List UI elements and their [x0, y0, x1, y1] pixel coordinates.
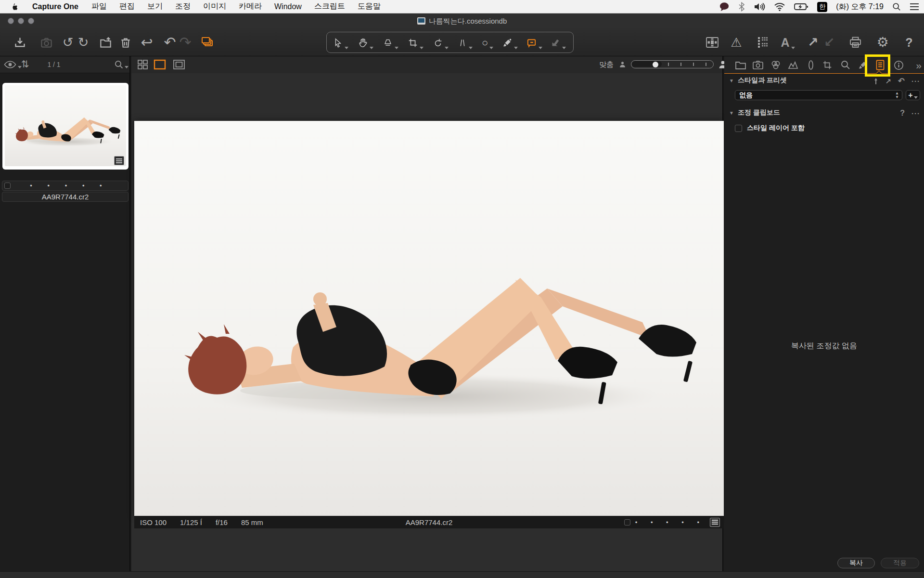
- expand-panel-icon[interactable]: ↗: [885, 78, 891, 85]
- bluetooth-icon[interactable]: [738, 2, 745, 12]
- export-arrow-icon[interactable]: ↗: [805, 35, 821, 50]
- spot-brush-tool[interactable]: [502, 36, 521, 50]
- import-images-icon[interactable]: [12, 35, 28, 50]
- clipboard-help-icon[interactable]: ?: [900, 109, 905, 117]
- tool-dropdown-caret[interactable]: [514, 47, 518, 49]
- proof-margin-icon[interactable]: [173, 59, 185, 70]
- wifi-icon[interactable]: [774, 2, 785, 12]
- tool-dropdown-caret[interactable]: [420, 47, 424, 49]
- tab-library-folder-icon[interactable]: [734, 59, 747, 71]
- annotations-text-icon[interactable]: A: [780, 35, 796, 50]
- loupe-tool[interactable]: [383, 36, 402, 50]
- single-view-active-icon[interactable]: [154, 59, 166, 70]
- print-icon[interactable]: [847, 35, 863, 50]
- battery-charging-icon[interactable]: [794, 2, 808, 12]
- tool-dropdown-caret[interactable]: [489, 47, 493, 49]
- adjustments-clipboard-header[interactable]: ▼조정 클립보드 ? ···: [724, 108, 924, 119]
- disclosure-triangle-icon[interactable]: ▼: [729, 110, 734, 116]
- menu-edit[interactable]: 편집: [113, 1, 141, 12]
- menu-clock[interactable]: (화) 오후 7:19: [836, 2, 884, 12]
- menu-help[interactable]: 도움말: [351, 1, 387, 12]
- undo-icon[interactable]: ↶: [162, 35, 178, 50]
- filter-eye-icon[interactable]: [4, 60, 16, 69]
- tool-dropdown-caret[interactable]: [562, 47, 566, 49]
- browser-search-icon[interactable]: [114, 60, 124, 69]
- tool-dropdown-caret[interactable]: [539, 47, 542, 49]
- focus-grid-icon[interactable]: [755, 35, 771, 50]
- annotation-tool-active[interactable]: [526, 36, 545, 50]
- menu-file[interactable]: 파일: [85, 1, 113, 12]
- ellipse-tool[interactable]: ○: [482, 36, 501, 50]
- search-caret[interactable]: [125, 66, 128, 68]
- trash-icon[interactable]: [117, 35, 134, 50]
- viewer-layout-icon[interactable]: [704, 35, 720, 50]
- disclosure-triangle-icon[interactable]: ▼: [729, 78, 734, 83]
- section-more-icon[interactable]: ···: [911, 78, 920, 85]
- copy-adjustments-button[interactable]: 복사: [837, 558, 875, 568]
- tab-exposure-curve-icon[interactable]: [787, 59, 800, 71]
- tool-dropdown-caret[interactable]: [345, 47, 348, 49]
- tab-details-magnifier-icon[interactable]: [839, 59, 852, 71]
- tool-dropdown-caret[interactable]: [469, 47, 473, 49]
- zoom-slider[interactable]: [631, 60, 714, 68]
- tool-dropdown-caret[interactable]: [395, 47, 398, 49]
- menu-image[interactable]: 이미지: [197, 1, 232, 12]
- reset-section-icon[interactable]: ↶: [898, 77, 905, 85]
- zoom-slider-knob[interactable]: [653, 62, 658, 67]
- menu-camera[interactable]: 카메라: [232, 1, 268, 12]
- draw-arrow-tool[interactable]: [550, 36, 569, 50]
- thumbnail-checkbox[interactable]: [4, 183, 11, 189]
- rotate-cw-icon[interactable]: ↻: [75, 35, 91, 50]
- rotate-tool[interactable]: [433, 36, 452, 50]
- add-style-button[interactable]: +: [906, 90, 920, 100]
- chat-app-icon[interactable]: [719, 2, 730, 12]
- help-icon[interactable]: ?: [901, 35, 917, 50]
- reset-adjustments-icon[interactable]: ↩: [139, 35, 155, 50]
- main-photo[interactable]: [134, 121, 724, 516]
- menu-scripts[interactable]: 스크립트: [308, 1, 351, 12]
- tool-dropdown-caret[interactable]: [370, 47, 373, 49]
- apply-adjustments-button[interactable]: 적용: [881, 558, 919, 568]
- tab-lens-icon[interactable]: [804, 59, 818, 71]
- thumbnail-filename[interactable]: AA9R7744.cr2: [2, 192, 128, 202]
- redo-icon[interactable]: ↷: [177, 35, 193, 50]
- rating-dots[interactable]: • • • • •: [11, 182, 128, 189]
- select-tool[interactable]: [333, 36, 352, 50]
- apple-menu-icon[interactable]: [0, 2, 26, 12]
- keystone-tool[interactable]: [458, 36, 477, 50]
- warning-overlay-icon[interactable]: ⚠: [728, 35, 744, 50]
- settings-gear-icon[interactable]: ⚙: [874, 35, 891, 50]
- styles-presets-header[interactable]: ▼스타일과 프리셋 ↗ ↶ ···: [724, 76, 924, 87]
- multi-view-icon[interactable]: [137, 59, 149, 70]
- tab-metadata-info-icon[interactable]: [892, 59, 905, 71]
- crop-tool[interactable]: [408, 36, 427, 50]
- menu-window[interactable]: Window: [268, 2, 308, 11]
- rotate-ccw-icon[interactable]: ↺: [60, 35, 76, 50]
- preset-dropdown[interactable]: 없음 ▲▼: [735, 90, 902, 100]
- viewer-checkbox[interactable]: [624, 519, 630, 525]
- export-folder-icon[interactable]: [97, 35, 114, 50]
- copy-adjustments-stack-icon[interactable]: [200, 35, 216, 50]
- section-more-icon[interactable]: ···: [911, 110, 920, 117]
- zoom-fit-label[interactable]: 맞춤: [599, 60, 614, 69]
- tab-crop-icon[interactable]: [821, 59, 834, 71]
- menu-adjust[interactable]: 조정: [169, 1, 197, 12]
- tool-dropdown-caret[interactable]: [445, 47, 449, 49]
- spotlight-search-icon[interactable]: [892, 2, 901, 11]
- menu-view[interactable]: 보기: [141, 1, 169, 12]
- include-style-layers-checkbox[interactable]: [735, 125, 742, 132]
- notification-center-icon[interactable]: [910, 3, 919, 11]
- sort-order-icon[interactable]: ⇅: [21, 59, 29, 69]
- import-arrow-icon[interactable]: ↙: [821, 35, 837, 50]
- tab-capture-camera-icon[interactable]: [751, 59, 765, 71]
- tab-color-icon[interactable]: [769, 59, 783, 71]
- viewer-rating-dots[interactable]: • • • • •: [635, 519, 705, 526]
- capture-camera-icon[interactable]: [38, 35, 54, 50]
- thumbnail-selected[interactable]: [2, 83, 128, 170]
- input-source-badge[interactable]: 한: [817, 2, 827, 12]
- tabs-overflow-chevrons[interactable]: »: [912, 59, 924, 71]
- menu-app-name[interactable]: Capture One: [26, 2, 85, 11]
- volume-icon[interactable]: [754, 2, 765, 12]
- pan-hand-tool[interactable]: [358, 36, 377, 50]
- text-dropdown-caret[interactable]: [791, 47, 795, 49]
